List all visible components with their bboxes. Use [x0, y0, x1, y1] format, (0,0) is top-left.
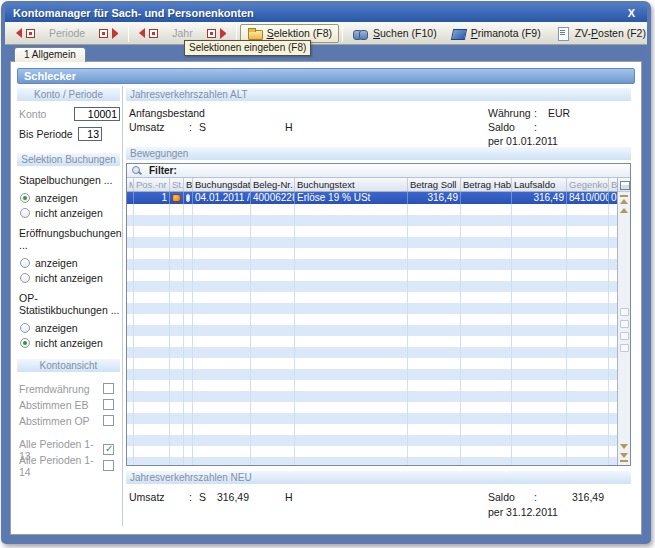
grid-layout-icon[interactable] [618, 178, 630, 192]
grid-body: 1 04.01.2011 /Di 40006228 Erlöse 19 % US… [127, 192, 617, 465]
buchungsdatum-column-header[interactable]: Buchungsdatum [193, 178, 251, 191]
stapel-anzeigen-radio[interactable]: anzeigen [20, 191, 120, 204]
empty-grid-row[interactable] [127, 259, 617, 270]
window-title: Kontomanager für Sach- und Personenkonte… [13, 7, 624, 19]
jahr-prev-button[interactable] [132, 25, 165, 41]
alt-summary: Anfangsbestand : Umsatz : S H Währung [126, 101, 635, 147]
checkbox-icon[interactable] [103, 444, 114, 455]
grid-header-row[interactable]: M Pos.-nr St. B Buchungsdatum Beleg-Nr. … [127, 178, 617, 192]
op-anzeigen-radio[interactable]: anzeigen [20, 321, 120, 334]
empty-grid-row[interactable] [127, 435, 617, 446]
checkbox-icon[interactable] [103, 383, 114, 394]
checkbox-icon[interactable] [103, 415, 114, 426]
soll-marker: S [199, 121, 205, 133]
empty-grid-row[interactable] [127, 292, 617, 303]
scroll-page-up-icon[interactable] [620, 208, 628, 213]
year-box-icon [207, 29, 216, 38]
grid-scrollbar[interactable] [617, 178, 630, 465]
radio-icon [20, 323, 30, 333]
checkbox-icon[interactable] [103, 460, 114, 471]
empty-grid-row[interactable] [127, 358, 617, 369]
toolbar-separator [342, 25, 343, 42]
title-bar[interactable]: Kontomanager für Sach- und Personenkonte… [5, 4, 647, 22]
stapel-nicht-anzeigen-radio[interactable]: nicht anzeigen [20, 206, 120, 219]
scroll-to-top-icon[interactable] [620, 195, 628, 197]
card-view-icon[interactable] [620, 308, 629, 316]
eroeffnung-nicht-anzeigen-radio[interactable]: nicht anzeigen [20, 271, 120, 284]
empty-grid-row[interactable] [127, 215, 617, 226]
abstimmen-op-checkbox-row[interactable]: Abstimmen OP [19, 413, 118, 428]
empty-grid-row[interactable] [127, 413, 617, 424]
binoculars-icon [353, 27, 369, 40]
op-nicht-anzeigen-radio[interactable]: nicht anzeigen [20, 336, 120, 349]
close-button[interactable]: X [624, 7, 639, 19]
hand-status-icon [172, 194, 181, 202]
saldo-neu-label: Saldo [488, 491, 534, 503]
empty-grid-row[interactable] [127, 347, 617, 358]
suchen-button[interactable]: Suchen (F10) [346, 24, 444, 43]
scroll-up-icon[interactable] [620, 199, 628, 204]
abstimmen-eb-checkbox-row[interactable]: Abstimmen EB [19, 397, 118, 412]
neu-summary: Umsatz : S 316,49 H Saldo : 316,49 p [126, 484, 635, 526]
scroll-down-icon[interactable] [620, 453, 628, 458]
arrow-right-icon [220, 28, 226, 39]
jahr-next-button[interactable] [200, 25, 233, 42]
filter-icon[interactable] [620, 344, 629, 352]
empty-grid-row[interactable] [127, 270, 617, 281]
fremdwaehrung-checkbox-row[interactable]: Fremdwährung [19, 381, 118, 396]
bewegungen-header: Bewegungen [126, 147, 631, 160]
arrow-left-icon [16, 28, 22, 38]
checkbox-icon[interactable] [103, 399, 114, 410]
eroeffnung-anzeigen-radio[interactable]: anzeigen [20, 256, 120, 269]
periode-next-button[interactable] [92, 25, 125, 42]
per-date-alt: per 01.01.2011 [488, 135, 558, 147]
zv-posten-button[interactable]: ZV-Posten (F2) [548, 24, 653, 43]
bis-periode-label: Bis Periode [19, 128, 78, 140]
konto-label: Konto [19, 108, 74, 120]
search-icon[interactable] [620, 320, 629, 328]
grid-filter-row[interactable]: Filter: [127, 164, 630, 178]
radio-icon [20, 338, 30, 348]
empty-grid-row[interactable] [127, 237, 617, 248]
empty-grid-row[interactable] [127, 336, 617, 347]
empty-grid-row[interactable] [127, 446, 617, 457]
period-box-icon [26, 29, 35, 38]
empty-grid-row[interactable] [127, 281, 617, 292]
saldo-alt-label: Saldo [488, 121, 534, 133]
empty-grid-row[interactable] [127, 325, 617, 336]
empty-grid-row[interactable] [127, 226, 617, 237]
konto-input[interactable] [74, 107, 120, 121]
kontoansicht-header: Kontoansicht [17, 359, 120, 372]
tab-allgemein[interactable]: 1 Allgemein [14, 47, 86, 62]
waehrung-value: EUR [548, 107, 592, 119]
toolbar-separator [236, 25, 237, 42]
booking-row-selected[interactable]: 1 04.01.2011 /Di 40006228 Erlöse 19 % US… [127, 192, 617, 204]
attachment-icon [186, 194, 190, 202]
toolbar-separator [128, 25, 129, 42]
empty-grid-row[interactable] [127, 391, 617, 402]
bis-periode-input[interactable] [78, 127, 102, 141]
empty-grid-row[interactable] [127, 424, 617, 435]
empty-grid-row[interactable] [127, 457, 617, 465]
empty-grid-row[interactable] [127, 204, 617, 215]
empty-grid-row[interactable] [127, 402, 617, 413]
empty-grid-row[interactable] [127, 303, 617, 314]
scroll-page-down-icon[interactable] [620, 444, 628, 449]
konto-periode-header: Konto / Periode [17, 88, 120, 101]
radio-icon [20, 193, 30, 203]
scroll-to-bottom-icon[interactable] [620, 460, 628, 462]
kontomanager-window: Kontomanager für Sach- und Personenkonte… [1, 1, 651, 544]
empty-grid-row[interactable] [127, 369, 617, 380]
document-icon [555, 27, 571, 40]
haben-marker: H [285, 491, 293, 503]
alle-perioden-14-checkbox-row[interactable]: Alle Perioden 1-14 [19, 458, 118, 473]
selection-sidebar: Konto / Periode Konto Bis Periode Selekt… [17, 86, 120, 526]
jahresverkehrszahlen-alt-header: Jahresverkehrszahlen ALT [126, 88, 631, 101]
empty-grid-row[interactable] [127, 314, 617, 325]
primanota-button[interactable]: Primanota (F9) [444, 24, 548, 43]
sum-icon[interactable] [620, 332, 629, 340]
empty-grid-row[interactable] [127, 380, 617, 391]
periode-prev-button[interactable] [9, 25, 42, 41]
empty-grid-row[interactable] [127, 248, 617, 259]
anfangsbestand-label: Anfangsbestand [129, 107, 189, 119]
